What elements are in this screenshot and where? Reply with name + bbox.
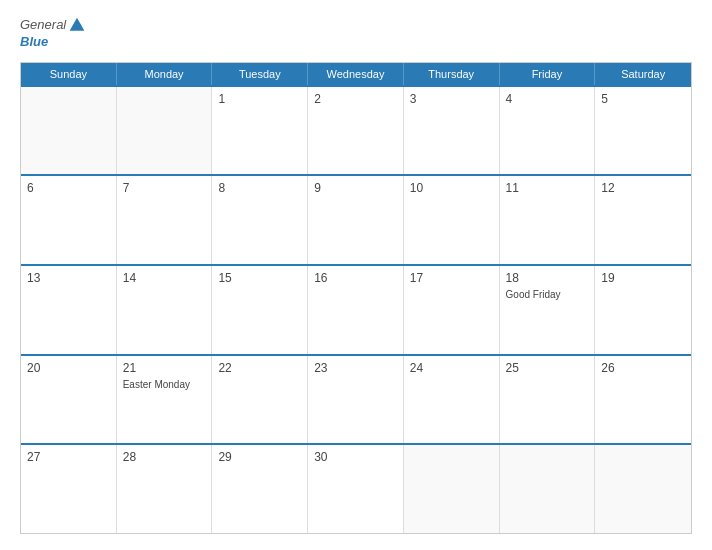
- calendar-cell: 21Easter Monday: [117, 356, 213, 444]
- cell-date-number: 28: [123, 450, 206, 464]
- calendar-cell: [21, 87, 117, 175]
- calendar-week-4: 2021Easter Monday2223242526: [21, 354, 691, 444]
- page-header: General Blue: [20, 16, 692, 50]
- calendar-cell: 25: [500, 356, 596, 444]
- cell-date-number: 29: [218, 450, 301, 464]
- cell-date-number: 9: [314, 181, 397, 195]
- cell-date-number: 20: [27, 361, 110, 375]
- calendar-cell: 4: [500, 87, 596, 175]
- header-day-tuesday: Tuesday: [212, 63, 308, 85]
- logo-blue-text: Blue: [20, 34, 48, 50]
- cell-date-number: 6: [27, 181, 110, 195]
- cell-date-number: 24: [410, 361, 493, 375]
- calendar-cell: 3: [404, 87, 500, 175]
- logo-general-text: General: [20, 17, 66, 33]
- header-day-saturday: Saturday: [595, 63, 691, 85]
- cell-date-number: 21: [123, 361, 206, 375]
- calendar-cell: 15: [212, 266, 308, 354]
- calendar-cell: 5: [595, 87, 691, 175]
- cell-date-number: 22: [218, 361, 301, 375]
- calendar-cell: 18Good Friday: [500, 266, 596, 354]
- calendar-cell: 6: [21, 176, 117, 264]
- header-day-sunday: Sunday: [21, 63, 117, 85]
- cell-date-number: 12: [601, 181, 685, 195]
- calendar-cell: [404, 445, 500, 533]
- calendar: SundayMondayTuesdayWednesdayThursdayFrid…: [20, 62, 692, 534]
- calendar-cell: 20: [21, 356, 117, 444]
- calendar-week-1: 12345: [21, 85, 691, 175]
- cell-date-number: 2: [314, 92, 397, 106]
- header-day-thursday: Thursday: [404, 63, 500, 85]
- calendar-cell: 7: [117, 176, 213, 264]
- calendar-week-3: 131415161718Good Friday19: [21, 264, 691, 354]
- cell-event-label: Easter Monday: [123, 379, 206, 390]
- calendar-cell: 8: [212, 176, 308, 264]
- calendar-cell: 23: [308, 356, 404, 444]
- header-day-monday: Monday: [117, 63, 213, 85]
- logo-icon: [68, 16, 86, 34]
- cell-date-number: 5: [601, 92, 685, 106]
- cell-date-number: 16: [314, 271, 397, 285]
- calendar-cell: 24: [404, 356, 500, 444]
- calendar-cell: 27: [21, 445, 117, 533]
- calendar-cell: 9: [308, 176, 404, 264]
- calendar-cell: 17: [404, 266, 500, 354]
- calendar-cell: 26: [595, 356, 691, 444]
- cell-date-number: 27: [27, 450, 110, 464]
- calendar-cell: 13: [21, 266, 117, 354]
- cell-date-number: 1: [218, 92, 301, 106]
- logo: General Blue: [20, 16, 86, 50]
- calendar-cell: 14: [117, 266, 213, 354]
- calendar-cell: 22: [212, 356, 308, 444]
- cell-date-number: 15: [218, 271, 301, 285]
- calendar-cell: 16: [308, 266, 404, 354]
- calendar-body: 123456789101112131415161718Good Friday19…: [21, 85, 691, 533]
- calendar-header: SundayMondayTuesdayWednesdayThursdayFrid…: [21, 63, 691, 85]
- calendar-cell: [117, 87, 213, 175]
- calendar-cell: 2: [308, 87, 404, 175]
- cell-date-number: 25: [506, 361, 589, 375]
- cell-date-number: 3: [410, 92, 493, 106]
- cell-date-number: 17: [410, 271, 493, 285]
- cell-date-number: 19: [601, 271, 685, 285]
- calendar-cell: 1: [212, 87, 308, 175]
- calendar-cell: 10: [404, 176, 500, 264]
- cell-date-number: 14: [123, 271, 206, 285]
- calendar-cell: [595, 445, 691, 533]
- svg-marker-0: [70, 18, 85, 31]
- calendar-cell: [500, 445, 596, 533]
- calendar-week-2: 6789101112: [21, 174, 691, 264]
- cell-date-number: 13: [27, 271, 110, 285]
- calendar-cell: 11: [500, 176, 596, 264]
- cell-date-number: 11: [506, 181, 589, 195]
- calendar-cell: 29: [212, 445, 308, 533]
- calendar-cell: 12: [595, 176, 691, 264]
- calendar-week-5: 27282930: [21, 443, 691, 533]
- header-day-friday: Friday: [500, 63, 596, 85]
- calendar-cell: 28: [117, 445, 213, 533]
- cell-date-number: 7: [123, 181, 206, 195]
- cell-event-label: Good Friday: [506, 289, 589, 300]
- cell-date-number: 8: [218, 181, 301, 195]
- calendar-cell: 30: [308, 445, 404, 533]
- calendar-cell: 19: [595, 266, 691, 354]
- header-day-wednesday: Wednesday: [308, 63, 404, 85]
- cell-date-number: 23: [314, 361, 397, 375]
- cell-date-number: 26: [601, 361, 685, 375]
- cell-date-number: 30: [314, 450, 397, 464]
- cell-date-number: 18: [506, 271, 589, 285]
- cell-date-number: 10: [410, 181, 493, 195]
- cell-date-number: 4: [506, 92, 589, 106]
